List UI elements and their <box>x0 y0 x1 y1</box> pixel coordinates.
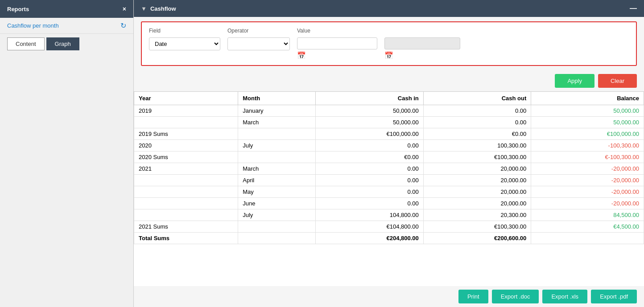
col-month: Month <box>238 92 316 105</box>
cell-cash-in: 104,800.00 <box>316 209 423 221</box>
cell-year <box>134 117 238 128</box>
cell-cash-out: 20,000.00 <box>423 198 531 209</box>
cell-month: June <box>238 198 316 209</box>
filter-row-inputs: Date 📅 📅 <box>149 37 629 60</box>
cashflow-table: Year Month Cash in Cash out Balance 2019… <box>134 91 644 244</box>
cell-cash-in: €104,800.00 <box>316 221 423 233</box>
table-row: 2020 Sums€0.00€100,300.00€-100,300.00 <box>134 151 644 163</box>
table-header-row: Year Month Cash in Cash out Balance <box>134 92 644 105</box>
cell-balance: 50,000.00 <box>531 117 644 128</box>
cell-cash-in: €0.00 <box>316 151 423 163</box>
filter-area: Field Operator Value Date 📅 <box>141 21 637 66</box>
cell-cash-out: 0.00 <box>423 105 531 117</box>
main-title: Cashflow <box>150 5 176 12</box>
operator-label: Operator <box>227 28 290 34</box>
cell-year: 2019 <box>134 105 238 117</box>
sidebar-header: Reports × <box>0 0 133 18</box>
field-group: Date <box>149 37 220 50</box>
cell-month <box>238 221 316 233</box>
cell-month: July <box>238 140 316 151</box>
sidebar-report-row: Cashflow per month ↻ <box>0 18 133 34</box>
filter-actions: Apply Clear <box>134 70 644 91</box>
col-balance: Balance <box>531 92 644 105</box>
cell-month: March <box>238 163 316 175</box>
sidebar-title: Reports <box>7 6 29 12</box>
cell-cash-out: 20,300.00 <box>423 209 531 221</box>
cell-cash-in: 0.00 <box>316 163 423 175</box>
main-header: ▼ Cashflow — <box>134 0 644 17</box>
cell-balance: -100,300.00 <box>531 140 644 151</box>
cell-cash-out: 20,000.00 <box>423 175 531 186</box>
cell-cash-in: 50,000.00 <box>316 105 423 117</box>
refresh-icon[interactable]: ↻ <box>120 21 126 30</box>
cell-year: 2020 <box>134 140 238 151</box>
cell-balance: -20,000.00 <box>531 198 644 209</box>
footer-actions: Print Export .doc Export .xls Export .pd… <box>134 286 644 307</box>
operator-select[interactable] <box>227 37 290 50</box>
cell-year: 2021 Sums <box>134 221 238 233</box>
minimize-button[interactable]: — <box>630 4 637 12</box>
sidebar-tabs: Content Graph <box>0 34 133 54</box>
cell-balance: €100,000.00 <box>531 128 644 140</box>
table-row: June0.0020,000.00-20,000.00 <box>134 198 644 209</box>
col-cash-in: Cash in <box>316 92 423 105</box>
cell-year: 2020 Sums <box>134 151 238 163</box>
cell-year <box>134 175 238 186</box>
cell-cash-in: 0.00 <box>316 186 423 198</box>
export-xls-button[interactable]: Export .xls <box>542 290 587 303</box>
cell-year <box>134 209 238 221</box>
operator-group <box>227 37 290 50</box>
apply-button[interactable]: Apply <box>555 74 594 88</box>
cell-year: 2019 Sums <box>134 128 238 140</box>
filter-icon: ▼ <box>141 5 147 12</box>
calendar2-icon[interactable]: 📅 <box>384 51 393 60</box>
col-cash-out: Cash out <box>423 92 531 105</box>
cell-cash-in: 0.00 <box>316 198 423 209</box>
cell-month: May <box>238 186 316 198</box>
table-row: July104,800.0020,300.0084,500.00 <box>134 209 644 221</box>
tab-content[interactable]: Content <box>7 37 45 50</box>
value1-group: 📅 <box>297 37 377 60</box>
cell-cash-in: 50,000.00 <box>316 117 423 128</box>
table-row: 2020July0.00100,300.00-100,300.00 <box>134 140 644 151</box>
cell-balance <box>531 233 644 244</box>
export-doc-button[interactable]: Export .doc <box>492 290 539 303</box>
value-label: Value <box>297 28 386 34</box>
cell-year: 2021 <box>134 163 238 175</box>
table-row: 2021March0.0020,000.00-20,000.00 <box>134 163 644 175</box>
export-pdf-button[interactable]: Export .pdf <box>591 290 637 303</box>
clear-button[interactable]: Clear <box>598 74 637 88</box>
sidebar-close-button[interactable]: × <box>123 5 126 12</box>
table-row: Total Sums€204,800.00€200,600.00 <box>134 233 644 244</box>
sidebar-report-link[interactable]: Cashflow per month <box>7 22 59 29</box>
value2-group: 📅 <box>384 37 460 60</box>
cell-cash-in: 0.00 <box>316 140 423 151</box>
cell-cash-in: €204,800.00 <box>316 233 423 244</box>
cell-cash-out: €200,600.00 <box>423 233 531 244</box>
cell-balance: €4,500.00 <box>531 221 644 233</box>
cell-year <box>134 198 238 209</box>
cell-month <box>238 233 316 244</box>
cell-balance: 84,500.00 <box>531 209 644 221</box>
field-select[interactable]: Date <box>149 37 220 50</box>
cell-balance: -20,000.00 <box>531 175 644 186</box>
cell-cash-out: 100,300.00 <box>423 140 531 151</box>
print-button[interactable]: Print <box>458 290 488 303</box>
value2-input[interactable] <box>384 37 460 49</box>
cell-month: March <box>238 117 316 128</box>
cell-month: January <box>238 105 316 117</box>
value1-input[interactable] <box>297 37 377 49</box>
cell-balance: €-100,300.00 <box>531 151 644 163</box>
table-row: April0.0020,000.00-20,000.00 <box>134 175 644 186</box>
table-row: 2019January50,000.000.0050,000.00 <box>134 105 644 117</box>
tab-graph[interactable]: Graph <box>46 37 79 50</box>
filter-row-header: Field Operator Value <box>149 28 629 34</box>
sidebar: Reports × Cashflow per month ↻ Content G… <box>0 0 134 307</box>
cell-month: July <box>238 209 316 221</box>
calendar1-icon[interactable]: 📅 <box>297 51 306 60</box>
main-header-title: ▼ Cashflow <box>141 5 176 12</box>
field-label: Field <box>149 28 220 34</box>
cell-year: Total Sums <box>134 233 238 244</box>
cell-year <box>134 186 238 198</box>
table-row: May0.0020,000.00-20,000.00 <box>134 186 644 198</box>
